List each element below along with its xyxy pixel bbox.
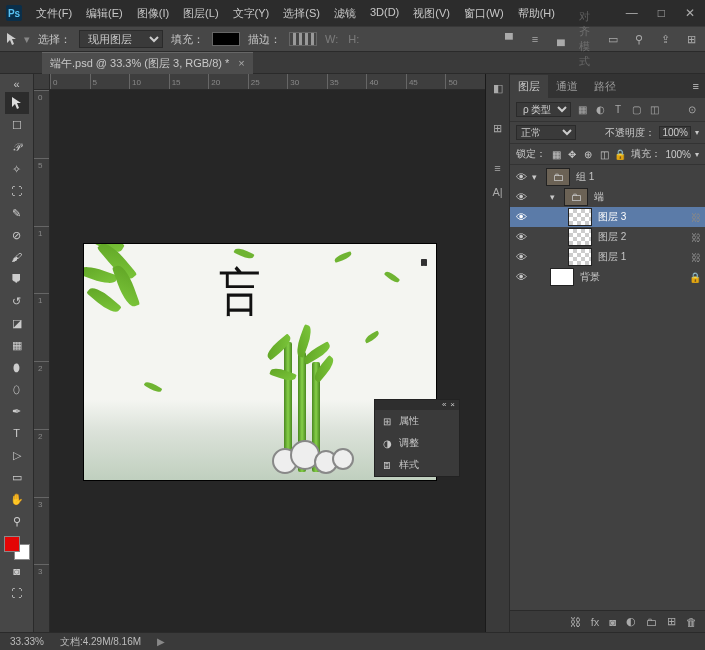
tab-paths[interactable]: 路径 bbox=[586, 75, 624, 98]
filter-pixel-icon[interactable]: ▦ bbox=[575, 103, 589, 117]
pen-tool[interactable]: ✒ bbox=[5, 400, 29, 422]
menu-type[interactable]: 文字(Y) bbox=[227, 3, 276, 24]
lock-artboard-icon[interactable]: ⊕ bbox=[582, 148, 594, 160]
align-top-icon[interactable]: ▀ bbox=[501, 31, 517, 47]
document-tab[interactable]: 端午.psd @ 33.3% (图层 3, RGB/8) * × bbox=[42, 52, 253, 74]
menu-view[interactable]: 视图(V) bbox=[407, 3, 456, 24]
collapsed-paragraph-icon[interactable]: ≡ bbox=[490, 160, 506, 176]
twist-icon[interactable]: ▾ bbox=[532, 172, 542, 182]
layer-name[interactable]: 图层 2 bbox=[598, 230, 626, 244]
layer-name[interactable]: 图层 3 bbox=[598, 210, 626, 224]
collapsed-swatches-icon[interactable]: ⊞ bbox=[490, 120, 506, 136]
minimize-button[interactable]: — bbox=[622, 4, 642, 22]
menu-layer[interactable]: 图层(L) bbox=[177, 3, 224, 24]
opacity-value[interactable]: 100% bbox=[659, 126, 691, 139]
menu-edit[interactable]: 编辑(E) bbox=[80, 3, 129, 24]
gradient-tool[interactable]: ▦ bbox=[5, 334, 29, 356]
path-select-tool[interactable]: ▷ bbox=[5, 444, 29, 466]
menu-help[interactable]: 帮助(H) bbox=[512, 3, 561, 24]
brush-tool[interactable]: 🖌 bbox=[5, 246, 29, 268]
filter-type-icon[interactable]: T bbox=[611, 103, 625, 117]
screen-mode-tool[interactable]: ⛶ bbox=[5, 582, 29, 604]
fx-icon[interactable]: fx bbox=[591, 616, 600, 628]
fill-opacity-value[interactable]: 100% bbox=[665, 149, 691, 160]
zoom-level[interactable]: 33.33% bbox=[10, 636, 44, 647]
lock-all-icon[interactable]: 🔒 bbox=[614, 148, 626, 160]
stamp-tool[interactable]: ⛊ bbox=[5, 268, 29, 290]
fill-swatch[interactable] bbox=[212, 32, 240, 46]
toolbar-collapse-icon[interactable]: « bbox=[4, 78, 30, 92]
ruler-vertical[interactable]: 05112233 bbox=[34, 90, 50, 632]
canvas-area[interactable]: 05101520253035404550 05112233 吂 bbox=[34, 74, 486, 632]
select-target-dropdown[interactable]: 现用图层 bbox=[79, 30, 163, 48]
healing-tool[interactable]: ⊘ bbox=[5, 224, 29, 246]
menu-image[interactable]: 图像(I) bbox=[131, 3, 175, 24]
menu-select[interactable]: 选择(S) bbox=[277, 3, 326, 24]
document-tab-close-icon[interactable]: × bbox=[238, 57, 244, 69]
blur-tool[interactable]: ⬮ bbox=[5, 356, 29, 378]
layer-row-sub[interactable]: 👁 ▾ 🗀 端 bbox=[510, 187, 705, 207]
move-tool[interactable] bbox=[5, 92, 29, 114]
floating-panel-header[interactable]: «× bbox=[375, 400, 459, 410]
magic-wand-tool[interactable]: ✧ bbox=[5, 158, 29, 180]
marquee-tool[interactable]: ☐ bbox=[5, 114, 29, 136]
align-middle-icon[interactable]: ≡ bbox=[527, 31, 543, 47]
popup-styles[interactable]: 🗏样式 bbox=[375, 454, 459, 476]
filter-adjust-icon[interactable]: ◐ bbox=[593, 103, 607, 117]
ruler-horizontal[interactable]: 05101520253035404550 bbox=[50, 74, 485, 90]
menu-filter[interactable]: 滤镜 bbox=[328, 3, 362, 24]
delete-layer-icon[interactable]: 🗑 bbox=[686, 616, 697, 628]
zoom-tool[interactable]: ⚲ bbox=[5, 510, 29, 532]
crop-tool[interactable]: ⛶ bbox=[5, 180, 29, 202]
new-layer-icon[interactable]: ⊞ bbox=[667, 615, 676, 628]
mask-icon[interactable]: ◙ bbox=[609, 616, 616, 628]
popup-properties[interactable]: ⊞属性 bbox=[375, 410, 459, 432]
lock-fill-icon[interactable]: ◫ bbox=[598, 148, 610, 160]
color-swatch[interactable] bbox=[4, 536, 30, 560]
quick-mask-tool[interactable]: ◙ bbox=[5, 560, 29, 582]
ruler-origin[interactable] bbox=[34, 74, 50, 90]
layer-name[interactable]: 背景 bbox=[580, 270, 600, 284]
visibility-icon[interactable]: 👁 bbox=[514, 171, 528, 183]
collapsed-character-icon[interactable]: A| bbox=[490, 184, 506, 200]
layer-row-3[interactable]: 👁 图层 3 ⛓ bbox=[510, 207, 705, 227]
twist-icon[interactable]: ▾ bbox=[550, 192, 560, 202]
visibility-icon[interactable]: 👁 bbox=[514, 251, 528, 263]
hand-tool[interactable]: ✋ bbox=[5, 488, 29, 510]
maximize-button[interactable]: □ bbox=[654, 4, 669, 22]
search-icon[interactable]: ⚲ bbox=[631, 31, 647, 47]
filter-smart-icon[interactable]: ◫ bbox=[647, 103, 661, 117]
floating-panel[interactable]: «× ⊞属性 ◑调整 🗏样式 bbox=[374, 399, 460, 477]
menu-file[interactable]: 文件(F) bbox=[30, 3, 78, 24]
menu-3d[interactable]: 3D(D) bbox=[364, 3, 405, 24]
link-icon[interactable]: ⛓ bbox=[691, 232, 701, 243]
layer-name[interactable]: 组 1 bbox=[576, 170, 594, 184]
history-brush-tool[interactable]: ↺ bbox=[5, 290, 29, 312]
status-arrow-icon[interactable]: ▶ bbox=[157, 636, 165, 647]
align-bottom-icon[interactable]: ▄ bbox=[553, 31, 569, 47]
adjustment-layer-icon[interactable]: ◐ bbox=[626, 615, 636, 628]
tab-channels[interactable]: 通道 bbox=[548, 75, 586, 98]
collapsed-color-icon[interactable]: ◧ bbox=[490, 80, 506, 96]
visibility-icon[interactable]: 👁 bbox=[514, 211, 528, 223]
link-layers-icon[interactable]: ⛓ bbox=[570, 616, 581, 628]
popup-adjustments[interactable]: ◑调整 bbox=[375, 432, 459, 454]
link-icon[interactable]: ⛓ bbox=[691, 212, 701, 223]
type-tool[interactable]: T bbox=[5, 422, 29, 444]
visibility-icon[interactable]: 👁 bbox=[514, 271, 528, 283]
document-info[interactable]: 文档:4.29M/8.16M bbox=[60, 635, 141, 649]
workspace-icon[interactable]: ⊞ bbox=[683, 31, 699, 47]
floating-panel-close-icon[interactable]: × bbox=[450, 400, 455, 410]
shape-tool[interactable]: ▭ bbox=[5, 466, 29, 488]
layer-row-group1[interactable]: 👁 ▾ 🗀 组 1 bbox=[510, 167, 705, 187]
layer-name[interactable]: 图层 1 bbox=[598, 250, 626, 264]
tab-layers[interactable]: 图层 bbox=[510, 75, 548, 98]
layer-name[interactable]: 端 bbox=[594, 190, 604, 204]
stroke-swatch[interactable] bbox=[289, 32, 317, 46]
layer-row-bg[interactable]: 👁 背景 🔒 bbox=[510, 267, 705, 287]
blend-mode-dropdown[interactable]: 正常 bbox=[516, 125, 576, 140]
close-button[interactable]: ✕ bbox=[681, 4, 699, 22]
lock-position-icon[interactable]: ✥ bbox=[566, 148, 578, 160]
menu-window[interactable]: 窗口(W) bbox=[458, 3, 510, 24]
eraser-tool[interactable]: ◪ bbox=[5, 312, 29, 334]
